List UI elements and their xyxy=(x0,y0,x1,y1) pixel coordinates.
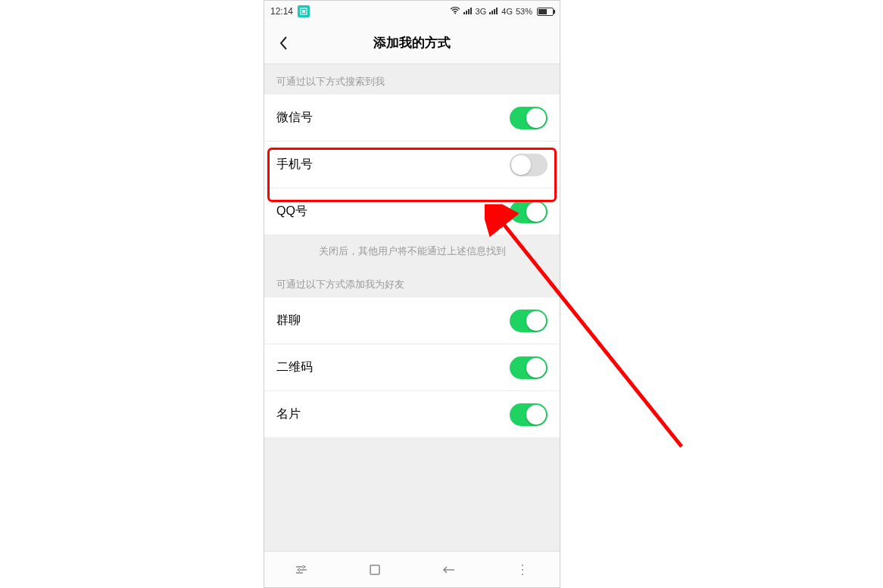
status-time: 12:14 xyxy=(270,6,293,17)
wifi-icon xyxy=(450,7,460,16)
row-name-card: 名片 xyxy=(264,391,560,438)
svg-rect-5 xyxy=(468,9,470,14)
page-title: 添加我的方式 xyxy=(373,34,451,51)
svg-point-12 xyxy=(522,565,523,566)
toggle-qq-id[interactable] xyxy=(510,201,548,223)
network-4g-label: 4G xyxy=(501,7,513,16)
svg-rect-7 xyxy=(489,12,491,14)
nav-home-icon[interactable] xyxy=(367,562,383,578)
svg-rect-10 xyxy=(496,8,498,14)
svg-rect-1 xyxy=(302,10,305,13)
scan-app-icon xyxy=(298,5,310,17)
row-label: 手机号 xyxy=(276,157,313,173)
signal-4g-icon xyxy=(489,7,498,16)
toggle-group-chat[interactable] xyxy=(510,310,548,332)
nav-back-icon[interactable] xyxy=(441,562,457,578)
header-bar: 添加我的方式 xyxy=(264,22,560,64)
phone-frame: 12:14 3G 4G 53% 添加我的方式 可通过以下 xyxy=(264,0,560,588)
row-qr-code: 二维码 xyxy=(264,344,560,391)
row-label: 微信号 xyxy=(276,110,313,126)
status-bar: 12:14 3G 4G 53% xyxy=(264,1,560,22)
row-phone-number: 手机号 xyxy=(264,142,560,188)
row-wechat-id: 微信号 xyxy=(264,95,560,142)
row-label: 名片 xyxy=(276,406,301,422)
row-group-chat: 群聊 xyxy=(264,297,560,344)
section-search-label: 可通过以下方式搜索到我 xyxy=(264,64,560,95)
toggle-name-card[interactable] xyxy=(510,403,548,426)
toggle-qr-code[interactable] xyxy=(510,356,548,379)
section-add-label: 可通过以下方式添加我为好友 xyxy=(264,267,560,297)
section-note: 关闭后，其他用户将不能通过上述信息找到 xyxy=(264,235,560,267)
battery-icon xyxy=(537,8,554,16)
nav-recent-icon[interactable] xyxy=(293,562,310,578)
row-label: 群聊 xyxy=(276,313,301,328)
svg-rect-6 xyxy=(470,8,472,14)
svg-rect-3 xyxy=(463,12,465,14)
android-nav-bar xyxy=(264,551,560,587)
toggle-phone-number[interactable] xyxy=(510,154,548,176)
svg-rect-4 xyxy=(466,11,467,14)
svg-rect-11 xyxy=(370,565,379,574)
signal-3g-icon xyxy=(463,7,473,16)
back-button[interactable] xyxy=(272,31,296,55)
svg-point-14 xyxy=(522,574,523,575)
svg-rect-8 xyxy=(491,11,493,14)
battery-pct: 53% xyxy=(516,7,532,16)
row-label: QQ号 xyxy=(276,204,307,219)
network-3g-label: 3G xyxy=(476,7,487,16)
row-label: 二维码 xyxy=(276,359,313,375)
row-qq-id: QQ号 xyxy=(264,188,560,235)
toggle-wechat-id[interactable] xyxy=(510,107,548,129)
nav-menu-icon[interactable] xyxy=(514,562,531,578)
svg-point-2 xyxy=(454,13,456,14)
svg-point-13 xyxy=(522,569,523,571)
svg-rect-9 xyxy=(494,9,495,14)
